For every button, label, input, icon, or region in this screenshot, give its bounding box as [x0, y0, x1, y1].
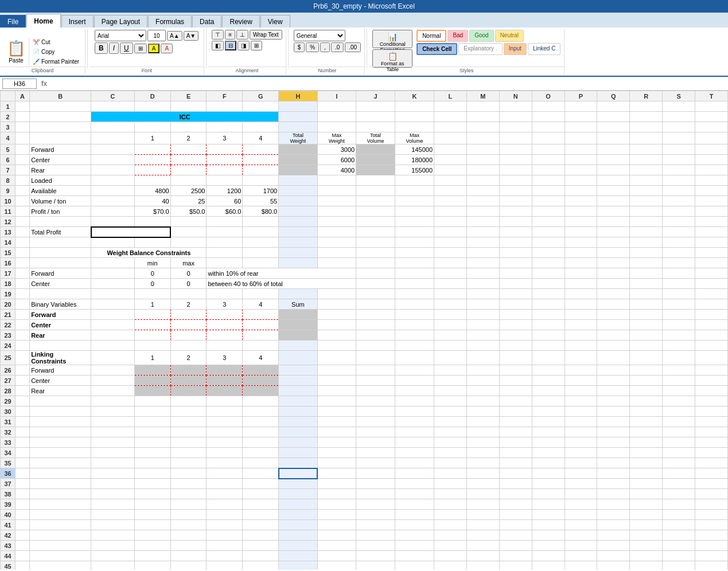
table-cell[interactable]	[30, 458, 91, 468]
font-face-select[interactable]: Arial Calibri Times New Roman	[95, 30, 146, 41]
table-cell[interactable]	[91, 165, 135, 175]
table-cell[interactable]	[279, 417, 318, 427]
table-cell[interactable]: Forward	[30, 144, 91, 155]
table-cell[interactable]	[630, 489, 663, 499]
table-cell[interactable]	[356, 268, 395, 279]
table-cell[interactable]	[695, 376, 728, 386]
table-cell[interactable]	[15, 468, 30, 479]
table-cell[interactable]	[499, 448, 532, 458]
table-cell[interactable]	[532, 186, 565, 196]
row-number[interactable]: 44	[1, 551, 15, 561]
table-cell[interactable]	[565, 196, 597, 206]
table-cell[interactable]	[134, 520, 170, 530]
row-number[interactable]: 38	[1, 489, 15, 499]
table-cell[interactable]	[15, 206, 30, 217]
table-cell[interactable]	[91, 530, 135, 541]
row-number[interactable]: 24	[1, 341, 15, 351]
table-cell[interactable]	[663, 520, 695, 530]
table-cell[interactable]	[15, 520, 30, 530]
table-cell[interactable]	[395, 268, 434, 279]
table-cell[interactable]	[466, 289, 499, 299]
table-cell[interactable]	[91, 279, 135, 289]
col-header-o[interactable]: O	[532, 91, 565, 101]
table-cell[interactable]	[395, 458, 434, 468]
table-cell[interactable]	[532, 510, 565, 520]
table-cell[interactable]	[134, 341, 170, 351]
table-cell[interactable]	[91, 437, 135, 448]
table-cell[interactable]	[356, 310, 395, 320]
table-cell[interactable]	[91, 227, 170, 237]
table-cell[interactable]	[30, 112, 91, 122]
row-number[interactable]: 8	[1, 175, 15, 186]
table-cell[interactable]	[15, 365, 30, 376]
col-header-f[interactable]: F	[207, 91, 243, 101]
table-cell[interactable]: $70.0	[134, 206, 170, 217]
table-cell[interactable]	[630, 330, 663, 341]
table-cell[interactable]	[630, 248, 663, 258]
table-cell[interactable]	[30, 132, 91, 144]
table-cell[interactable]	[597, 268, 630, 279]
bold-button[interactable]: B	[95, 42, 108, 54]
table-cell[interactable]	[15, 268, 30, 279]
table-cell[interactable]	[565, 541, 597, 551]
table-cell[interactable]	[597, 289, 630, 299]
table-cell[interactable]	[15, 448, 30, 458]
table-cell[interactable]	[279, 551, 318, 561]
table-cell[interactable]	[663, 499, 695, 510]
table-cell[interactable]	[317, 289, 356, 299]
table-cell[interactable]	[466, 122, 499, 132]
table-cell[interactable]	[243, 386, 279, 396]
table-cell[interactable]	[207, 122, 243, 132]
table-cell[interactable]	[317, 541, 356, 551]
table-cell[interactable]	[91, 551, 135, 561]
table-cell[interactable]	[630, 396, 663, 406]
table-cell[interactable]: 1	[134, 299, 170, 310]
table-cell[interactable]	[207, 386, 243, 396]
table-cell[interactable]	[207, 310, 243, 320]
table-cell[interactable]	[466, 551, 499, 561]
table-cell[interactable]	[356, 386, 395, 396]
table-cell[interactable]	[207, 376, 243, 386]
table-cell[interactable]	[466, 144, 499, 155]
table-cell[interactable]	[532, 520, 565, 530]
table-cell[interactable]	[466, 499, 499, 510]
table-cell[interactable]	[30, 437, 91, 448]
col-header-g[interactable]: G	[243, 91, 279, 101]
table-cell[interactable]	[356, 186, 395, 196]
table-cell[interactable]	[91, 499, 135, 510]
table-cell[interactable]: Loaded	[30, 175, 91, 186]
row-number[interactable]: 34	[1, 448, 15, 458]
table-cell[interactable]	[630, 530, 663, 541]
table-cell[interactable]	[279, 510, 318, 520]
table-cell[interactable]	[434, 551, 467, 561]
table-cell[interactable]	[243, 489, 279, 499]
table-cell[interactable]	[356, 289, 395, 299]
table-cell[interactable]	[170, 330, 207, 341]
table-cell[interactable]	[630, 227, 663, 237]
table-cell[interactable]	[565, 217, 597, 227]
table-cell[interactable]	[597, 132, 630, 144]
table-cell[interactable]	[395, 396, 434, 406]
table-cell[interactable]	[30, 448, 91, 458]
table-cell[interactable]	[356, 299, 395, 310]
table-cell[interactable]	[663, 101, 695, 112]
table-cell[interactable]	[279, 437, 318, 448]
table-cell[interactable]	[317, 237, 356, 248]
table-cell[interactable]	[434, 365, 467, 376]
table-cell[interactable]	[207, 237, 243, 248]
table-cell[interactable]: Total Weight	[279, 132, 318, 144]
row-number[interactable]: 37	[1, 479, 15, 489]
table-cell[interactable]	[466, 520, 499, 530]
table-cell[interactable]	[597, 299, 630, 310]
table-cell[interactable]	[499, 237, 532, 248]
table-cell[interactable]: 0	[170, 268, 207, 279]
table-cell[interactable]	[279, 101, 318, 112]
font-increase-button[interactable]: A▲	[167, 31, 182, 41]
table-cell[interactable]	[134, 101, 170, 112]
table-cell[interactable]	[695, 406, 728, 417]
row-number[interactable]: 32	[1, 427, 15, 437]
table-cell[interactable]	[565, 175, 597, 186]
table-cell[interactable]	[597, 530, 630, 541]
table-cell[interactable]	[565, 417, 597, 427]
table-cell[interactable]: $60.0	[207, 206, 243, 217]
